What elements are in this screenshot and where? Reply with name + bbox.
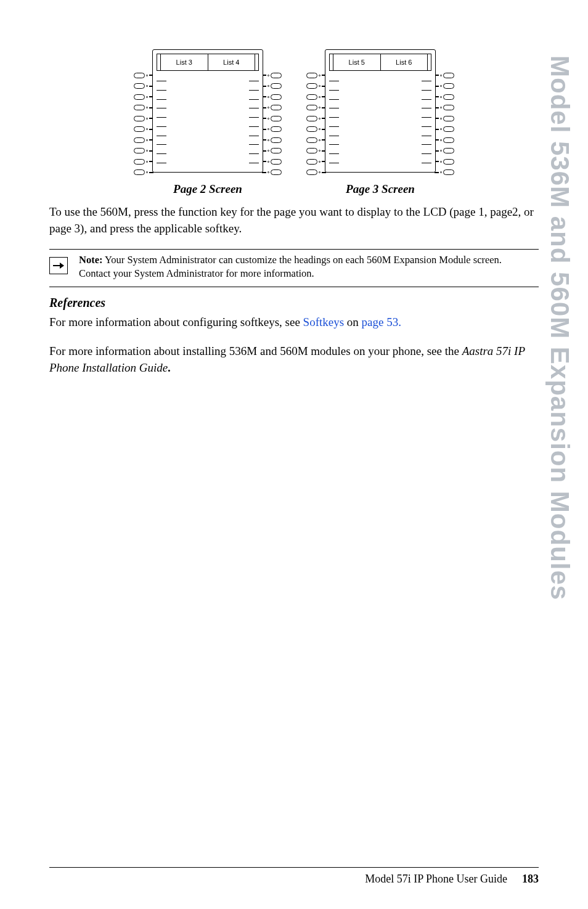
lcd-col-label: List 6 [380,54,428,70]
lcd-header-row: List 3 List 4 [157,54,259,71]
softkeys-link[interactable]: Softkeys [303,316,345,328]
page-footer: Model 57i IP Phone User Guide 183 [49,867,539,886]
references-heading: References [49,296,539,310]
svg-marker-1 [60,263,64,269]
softkey-button [134,73,145,78]
page2-module: List 3 List 4 [134,49,282,196]
references-line1: For more information about configuring s… [49,314,539,331]
expansion-module-diagrams: List 3 List 4 [49,49,539,196]
right-key-column [262,49,282,176]
note-label: Note: [79,254,102,266]
page-content: List 3 List 4 [0,0,588,909]
lcd-col-label: List 4 [208,54,255,70]
body-paragraph: To use the 560M, press the function key … [49,203,539,237]
page-link[interactable]: page 53. [362,316,401,328]
footer-guide-title: Model 57i IP Phone User Guide [365,873,507,886]
diagram-caption: Page 3 Screen [346,182,415,196]
note-arrow-icon [49,257,68,274]
lcd-frame: List 3 List 4 [152,49,263,173]
note-block: Note: Your System Administrator can cust… [49,249,539,288]
page3-module: List 5 List 6 [306,49,454,196]
left-key-column [134,49,153,176]
lcd-col-label: List 5 [333,54,380,70]
footer-page-number: 183 [522,873,539,886]
note-text: Note: Your System Administrator can cust… [79,253,539,281]
lcd-col-label: List 3 [161,54,208,70]
diagram-caption: Page 2 Screen [173,182,242,196]
note-body: Your System Administrator can customize … [79,254,502,279]
references-line2: For more information about installing 53… [49,343,539,377]
